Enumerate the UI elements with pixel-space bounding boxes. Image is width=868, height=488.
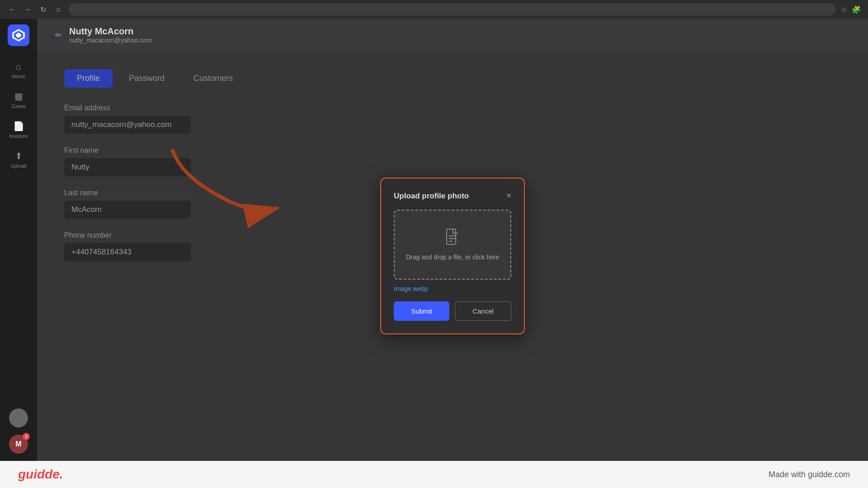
browser-icons: ☆ 🧩 xyxy=(841,5,861,14)
sidebar-item-home[interactable]: ⌂ Home xyxy=(5,57,32,83)
avatar-initial: M xyxy=(15,440,21,448)
upload-icon: ⬆ xyxy=(15,150,23,161)
sidebar: ⌂ Home ▦ Cases 📄 Invoices ⬆ Upload M 3 xyxy=(0,19,37,461)
sidebar-item-cases[interactable]: ▦ Cases xyxy=(5,87,32,113)
modal-title: Upload profile photo xyxy=(394,192,469,201)
footer: guidde. Made with guidde.com xyxy=(0,461,868,488)
edit-icon[interactable]: ✏ xyxy=(55,30,62,40)
logo-icon xyxy=(11,28,26,42)
sidebar-gray-avatar xyxy=(9,408,28,427)
svg-rect-4 xyxy=(447,229,456,244)
page-content: Profile Password Customers Email address… xyxy=(37,51,868,461)
app-logo[interactable] xyxy=(8,24,29,46)
sidebar-item-upload[interactable]: ⬆ Upload xyxy=(5,146,32,173)
user-info: Nutty McAcorn nutty_macacorn@yahoo.com xyxy=(69,26,151,44)
home-label: Home xyxy=(12,74,25,79)
forward-button[interactable]: → xyxy=(23,5,33,14)
modal-close-button[interactable]: × xyxy=(506,191,511,201)
submit-button[interactable]: Submit xyxy=(394,301,449,321)
upload-photo-modal: Upload profile photo × xyxy=(380,178,525,334)
refresh-button[interactable]: ↻ xyxy=(38,5,48,14)
user-email: nutty_macacorn@yahoo.com xyxy=(69,37,151,44)
upload-label: Upload xyxy=(11,163,27,169)
content-area: ✏ Nutty McAcorn nutty_macacorn@yahoo.com… xyxy=(37,19,868,461)
top-header: ✏ Nutty McAcorn nutty_macacorn@yahoo.com xyxy=(37,19,868,51)
file-name: Image.webp xyxy=(394,285,511,292)
user-name: Nutty McAcorn xyxy=(69,26,151,37)
back-button[interactable]: ← xyxy=(7,5,17,14)
browser-bar: ← → ↻ ⌂ ☆ 🧩 xyxy=(0,0,868,19)
drop-text: Drag and drop a file, or click here xyxy=(406,253,499,261)
cases-icon: ▦ xyxy=(14,91,23,102)
sidebar-item-invoices[interactable]: 📄 Invoices xyxy=(5,117,32,143)
file-icon xyxy=(446,229,459,248)
sidebar-user-avatar[interactable]: M 3 xyxy=(9,435,28,454)
invoices-icon: 📄 xyxy=(13,121,24,131)
star-icon[interactable]: ☆ xyxy=(841,5,847,14)
notification-badge: 3 xyxy=(23,433,30,440)
modal-header: Upload profile photo × xyxy=(394,191,511,201)
cancel-button[interactable]: Cancel xyxy=(455,301,511,321)
cases-label: Cases xyxy=(11,103,25,109)
extension-icon[interactable]: 🧩 xyxy=(852,5,861,14)
modal-overlay: Upload profile photo × xyxy=(37,51,868,461)
modal-actions: Submit Cancel xyxy=(394,301,511,321)
guidde-logo: guidde. xyxy=(18,467,63,482)
file-drop-zone[interactable]: Drag and drop a file, or click here xyxy=(394,210,511,280)
main-layout: ⌂ Home ▦ Cases 📄 Invoices ⬆ Upload M 3 ✏… xyxy=(0,19,868,461)
guidde-tagline: Made with guidde.com xyxy=(769,470,850,479)
invoices-label: Invoices xyxy=(9,133,28,139)
address-bar[interactable] xyxy=(69,3,835,16)
home-button[interactable]: ⌂ xyxy=(53,5,63,14)
home-icon: ⌂ xyxy=(16,61,21,72)
